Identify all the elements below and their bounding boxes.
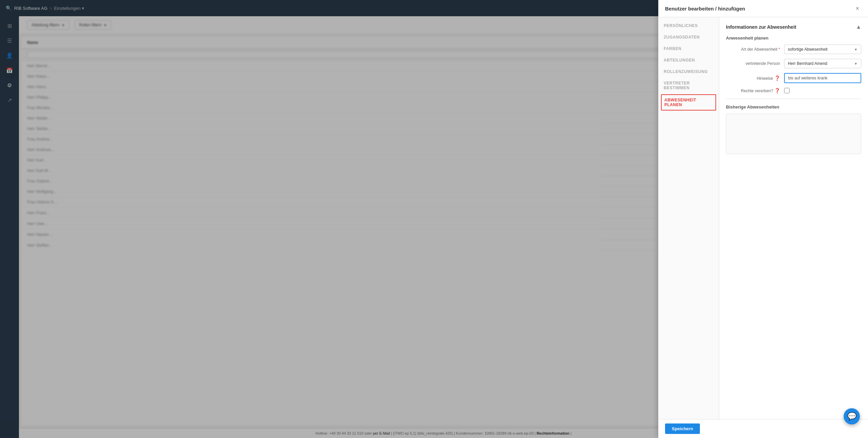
modal-title: Benutzer bearbeiten / hinzufügen [665,6,745,11]
rechte-help-icon[interactable]: ❓ [774,88,780,93]
person-caret-icon: ▼ [854,62,858,66]
art-caret-icon: ▼ [854,48,858,51]
rechte-label: Rechte vererben? ❓ [726,88,780,93]
modal-footer: Speichern [658,419,868,438]
form-row-hinweise: Hinweise ❓ [726,73,861,83]
prev-absences-box [726,114,861,154]
rechte-checkbox[interactable] [784,88,790,93]
tab-abteilungen[interactable]: ABTEILUNGEN [658,54,719,66]
hinweise-help-icon[interactable]: ❓ [774,75,780,81]
prev-absences-title: Bisherige Abwesenheiten [726,104,861,110]
tab-farben[interactable]: FARBEN [658,43,719,54]
tab-persoenliches[interactable]: PERSÖNLICHES [658,20,719,31]
art-select[interactable]: sofortige Abwesenheit ▼ [784,45,861,54]
modal-right-content: Informationen zur Abwesenheit ▲ Anwesenh… [719,17,868,419]
person-select-field: Herr Bernhard Amend ▼ [784,59,861,68]
save-button[interactable]: Speichern [665,423,700,434]
form-row-art: Art der Abwesenheit * sofortige Abwesenh… [726,45,861,54]
tab-rollenzuweisung[interactable]: ROLLENZUWEISUNG [658,66,719,77]
subsection-title-anwesenheit: Anwesenheit planen [726,35,861,41]
art-label: Art der Abwesenheit * [726,47,780,52]
chat-icon: 💬 [847,412,856,421]
hinweise-label: Hinweise ❓ [726,75,780,81]
hinweise-input[interactable] [784,73,861,83]
modal-header: Benutzer bearbeiten / hinzufügen × [658,0,868,17]
required-indicator: * [778,47,780,52]
form-row-person: vertretende Person Herr Bernhard Amend ▼ [726,59,861,68]
modal-body: PERSÖNLICHES ZUGANGSDATEN FARBEN ABTEILU… [658,17,868,419]
form-row-rechte: Rechte vererben? ❓ [726,88,861,93]
modal-panel: Benutzer bearbeiten / hinzufügen × PERSÖ… [658,0,868,438]
person-label: vertretende Person [726,61,780,66]
tab-abwesenheit[interactable]: ABWESENHEIT PLANEN [661,94,716,111]
chat-fab[interactable]: 💬 [844,408,860,424]
rechte-checkbox-field [784,88,861,93]
section-title-abwesenheit: Informationen zur Abwesenheit ▲ [726,24,861,30]
tab-zugangsdaten[interactable]: ZUGANGSDATEN [658,31,719,43]
tab-vertreter[interactable]: VERTRETER BESTIMMEN [658,77,719,94]
modal-close-button[interactable]: × [853,5,861,12]
rechte-checkbox-wrap [784,88,861,93]
modal-overlay: Benutzer bearbeiten / hinzufügen × PERSÖ… [0,0,868,438]
modal-tabs: PERSÖNLICHES ZUGANGSDATEN FARBEN ABTEILU… [658,17,719,419]
art-select-field: sofortige Abwesenheit ▼ [784,45,861,54]
hinweise-input-field [784,73,861,83]
person-select[interactable]: Herr Bernhard Amend ▼ [784,59,861,68]
section-collapse-icon[interactable]: ▲ [856,24,861,30]
